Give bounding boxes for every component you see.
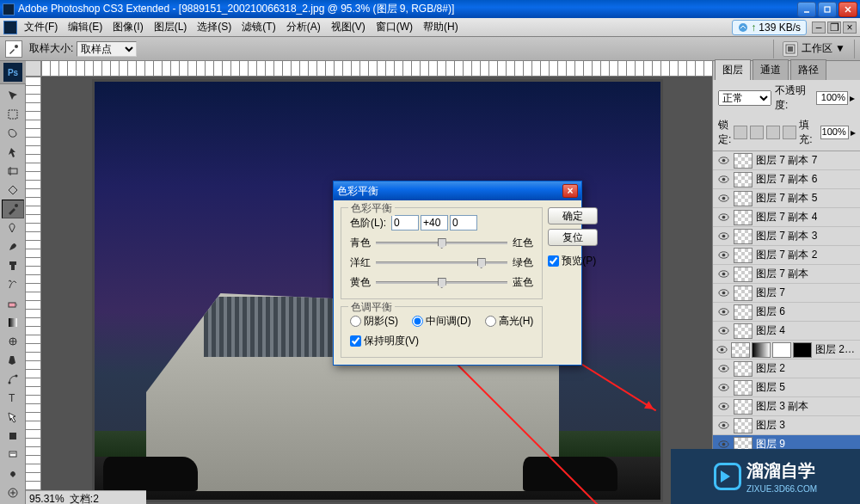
visibility-toggle[interactable] — [716, 249, 730, 262]
menu-item[interactable]: 图像(I) — [108, 17, 148, 37]
menu-item[interactable]: 编辑(E) — [63, 17, 108, 37]
notes-tool[interactable] — [2, 446, 24, 464]
ruler-horizontal[interactable] — [41, 61, 712, 77]
menu-item[interactable]: 文件(F) — [19, 17, 63, 37]
color-slider[interactable] — [376, 242, 507, 244]
fill-value[interactable]: 100% — [820, 126, 849, 139]
history-brush-tool[interactable] — [2, 275, 24, 294]
menu-item[interactable]: 视图(V) — [326, 17, 371, 37]
lasso-tool[interactable] — [2, 124, 24, 143]
sample-size-select[interactable]: 取样点 — [77, 41, 137, 57]
layer-thumbnail[interactable] — [734, 191, 752, 206]
layer-row[interactable]: 图层 7 副本 6 — [713, 170, 860, 189]
layer-thumbnail[interactable] — [734, 267, 752, 282]
visibility-toggle[interactable] — [716, 154, 730, 168]
tone-radio[interactable] — [485, 316, 496, 327]
dialog-close-button[interactable]: × — [562, 184, 578, 198]
ruler-vertical[interactable] — [26, 77, 41, 504]
crop-tool[interactable] — [2, 162, 24, 181]
shape-tool[interactable] — [2, 427, 24, 446]
tone-option[interactable]: 高光(H) — [485, 314, 534, 329]
levels-input-2[interactable] — [421, 215, 448, 230]
layer-row[interactable]: 图层 4 — [713, 322, 860, 341]
lock-pixels-button[interactable] — [750, 126, 764, 139]
layer-row[interactable]: 图层 2 — [713, 360, 860, 378]
slice-tool[interactable] — [2, 181, 24, 200]
opacity-arrow-icon[interactable]: ▸ — [850, 92, 855, 104]
visibility-toggle[interactable] — [716, 324, 730, 338]
layer-thumbnail[interactable] — [734, 248, 752, 263]
minimize-button[interactable] — [797, 2, 816, 17]
tone-radio[interactable] — [412, 316, 423, 327]
magic-wand-tool[interactable] — [2, 143, 24, 162]
menu-item[interactable]: 选择(S) — [192, 17, 236, 37]
layer-thumbnail[interactable] — [734, 399, 752, 415]
layer-thumbnail[interactable] — [734, 418, 752, 433]
preview-checkbox[interactable] — [548, 255, 559, 267]
eraser-tool[interactable] — [2, 294, 24, 313]
type-tool[interactable]: T — [2, 389, 24, 408]
color-slider[interactable] — [376, 281, 507, 284]
layer-row[interactable]: 图层 3 — [713, 416, 860, 435]
layer-thumbnail[interactable] — [734, 153, 752, 169]
pen-tool[interactable] — [2, 370, 24, 389]
lock-position-button[interactable] — [766, 126, 780, 139]
menu-item[interactable]: 滤镜(T) — [236, 17, 280, 37]
layer-row[interactable]: 图层 3 副本 — [713, 397, 860, 416]
visibility-toggle[interactable] — [716, 381, 730, 395]
layer-row[interactable]: 图层 7 副本 3 — [713, 227, 860, 246]
layer-row[interactable]: 图层 7 副本 2 — [713, 246, 860, 265]
visibility-toggle[interactable] — [716, 230, 730, 243]
layer-thumbnail[interactable] — [734, 323, 752, 339]
tone-option[interactable]: 阴影(S) — [350, 314, 398, 329]
visibility-toggle[interactable] — [716, 343, 728, 357]
menu-item[interactable]: 分析(A) — [281, 17, 326, 37]
tone-option[interactable]: 中间调(D) — [412, 314, 471, 329]
layer-row[interactable]: 图层 7 副本 4 — [713, 208, 860, 227]
zoom-tool[interactable] — [2, 483, 24, 502]
levels-input-1[interactable] — [391, 215, 419, 230]
dialog-titlebar[interactable]: 色彩平衡 × — [334, 181, 581, 200]
blend-mode-select[interactable]: 正常 — [718, 90, 771, 106]
layer-thumbnail[interactable] — [734, 380, 752, 396]
layer-row[interactable]: 图层 7 副本 — [713, 265, 860, 284]
blur-tool[interactable] — [2, 332, 24, 351]
visibility-toggle[interactable] — [716, 400, 730, 414]
layer-row[interactable]: 图层 5 — [713, 378, 860, 397]
tone-radio[interactable] — [350, 316, 361, 327]
brush-tool[interactable] — [2, 237, 24, 256]
tool-preset-picker[interactable] — [5, 40, 22, 58]
layer-row[interactable]: 图层 2 副本 — [713, 341, 860, 360]
marquee-tool[interactable] — [2, 105, 24, 124]
preserve-luminosity-checkbox[interactable] — [350, 335, 361, 347]
layer-row[interactable]: 图层 6 — [713, 303, 860, 322]
visibility-toggle[interactable] — [716, 267, 730, 281]
color-slider[interactable] — [376, 261, 507, 264]
toolbox-header[interactable]: Ps — [0, 61, 26, 84]
maximize-button[interactable] — [818, 2, 837, 17]
layer-thumbnail[interactable] — [734, 361, 752, 377]
doc-close-button[interactable]: × — [843, 22, 857, 34]
eyedropper-tool[interactable] — [2, 200, 24, 218]
path-select-tool[interactable] — [2, 408, 24, 427]
layer-row[interactable]: 图层 7 副本 5 — [713, 189, 860, 208]
ruler-origin[interactable] — [26, 61, 41, 77]
menu-item[interactable]: 窗口(W) — [371, 17, 418, 37]
layer-thumbnail[interactable] — [734, 304, 752, 320]
layer-thumbnail[interactable] — [734, 210, 752, 225]
layer-thumbnail[interactable] — [734, 229, 752, 244]
hand-tool[interactable] — [2, 464, 24, 483]
visibility-toggle[interactable] — [716, 211, 730, 224]
workspace-icon[interactable] — [783, 41, 798, 57]
layer-thumbnail[interactable] — [734, 172, 752, 187]
opacity-value[interactable]: 100% — [816, 91, 848, 105]
workspace-dropdown[interactable]: 工作区 ▼ — [802, 41, 845, 56]
layer-row[interactable]: 图层 7 — [713, 284, 860, 303]
layer-thumbnail[interactable] — [731, 342, 750, 358]
doc-minimize-button[interactable]: – — [812, 22, 826, 34]
panel-tab[interactable]: 通道 — [752, 59, 789, 80]
lock-all-button[interactable] — [783, 126, 796, 139]
menu-item[interactable]: 帮助(H) — [418, 17, 464, 37]
visibility-toggle[interactable] — [716, 173, 730, 187]
reset-button[interactable]: 复位 — [548, 229, 598, 246]
